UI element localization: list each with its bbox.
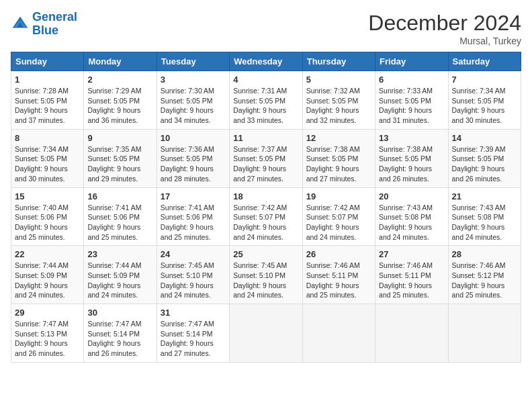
day-number: 7 [452,75,517,85]
day-number: 2 [87,75,152,85]
day-number: 31 [161,308,226,318]
day-cell [230,304,302,363]
day-number: 29 [15,308,80,318]
day-info: Sunrise: 7:38 AM Sunset: 5:05 PM Dayligh… [306,144,371,184]
day-cell: 26 Sunrise: 7:46 AM Sunset: 5:11 PM Dayl… [302,246,375,304]
column-header-saturday: Saturday [448,52,521,71]
day-number: 24 [161,249,226,259]
day-number: 30 [87,308,152,318]
day-number: 10 [161,133,226,143]
column-header-thursday: Thursday [302,52,375,71]
day-number: 11 [233,133,298,143]
day-cell: 29 Sunrise: 7:47 AM Sunset: 5:13 PM Dayl… [11,304,84,363]
logo-icon [11,15,30,34]
day-cell: 6 Sunrise: 7:33 AM Sunset: 5:05 PM Dayli… [375,71,448,130]
day-info: Sunrise: 7:41 AM Sunset: 5:06 PM Dayligh… [87,203,152,242]
day-cell: 19 Sunrise: 7:42 AM Sunset: 5:07 PM Dayl… [302,187,375,246]
day-info: Sunrise: 7:30 AM Sunset: 5:05 PM Dayligh… [161,86,226,126]
day-cell [375,304,448,363]
day-cell: 18 Sunrise: 7:42 AM Sunset: 5:07 PM Dayl… [230,187,302,246]
day-cell: 13 Sunrise: 7:38 AM Sunset: 5:05 PM Dayl… [375,129,448,187]
day-info: Sunrise: 7:42 AM Sunset: 5:07 PM Dayligh… [306,203,371,242]
day-info: Sunrise: 7:44 AM Sunset: 5:09 PM Dayligh… [15,261,80,300]
day-info: Sunrise: 7:40 AM Sunset: 5:06 PM Dayligh… [15,203,80,242]
day-info: Sunrise: 7:46 AM Sunset: 5:11 PM Dayligh… [379,261,444,300]
page-header: GeneralBlue December 2024 Mursal, Turkey [11,11,521,46]
day-info: Sunrise: 7:47 AM Sunset: 5:13 PM Dayligh… [15,319,80,359]
header-row: SundayMondayTuesdayWednesdayThursdayFrid… [11,52,521,71]
day-cell: 21 Sunrise: 7:43 AM Sunset: 5:08 PM Dayl… [448,187,521,246]
day-cell: 3 Sunrise: 7:30 AM Sunset: 5:05 PM Dayli… [157,71,229,130]
day-cell: 16 Sunrise: 7:41 AM Sunset: 5:06 PM Dayl… [84,187,157,246]
day-number: 16 [87,191,152,201]
day-cell: 22 Sunrise: 7:44 AM Sunset: 5:09 PM Dayl… [11,246,84,304]
day-cell: 8 Sunrise: 7:34 AM Sunset: 5:05 PM Dayli… [11,129,84,187]
day-info: Sunrise: 7:39 AM Sunset: 5:05 PM Dayligh… [452,144,517,184]
day-cell: 30 Sunrise: 7:47 AM Sunset: 5:14 PM Dayl… [84,304,157,363]
day-info: Sunrise: 7:38 AM Sunset: 5:05 PM Dayligh… [379,144,444,184]
week-row-2: 8 Sunrise: 7:34 AM Sunset: 5:05 PM Dayli… [11,129,521,187]
day-cell: 25 Sunrise: 7:45 AM Sunset: 5:10 PM Dayl… [230,246,302,304]
day-number: 28 [452,249,517,259]
day-number: 20 [379,191,444,201]
day-info: Sunrise: 7:33 AM Sunset: 5:05 PM Dayligh… [379,86,444,126]
day-info: Sunrise: 7:46 AM Sunset: 5:11 PM Dayligh… [306,261,371,300]
day-info: Sunrise: 7:32 AM Sunset: 5:05 PM Dayligh… [306,86,371,126]
day-cell: 23 Sunrise: 7:44 AM Sunset: 5:09 PM Dayl… [84,246,157,304]
week-row-4: 22 Sunrise: 7:44 AM Sunset: 5:09 PM Dayl… [11,246,521,304]
day-cell: 5 Sunrise: 7:32 AM Sunset: 5:05 PM Dayli… [302,71,375,130]
day-number: 13 [379,133,444,143]
day-info: Sunrise: 7:45 AM Sunset: 5:10 PM Dayligh… [161,261,226,300]
title-section: December 2024 Mursal, Turkey [368,11,521,46]
day-number: 26 [306,249,371,259]
day-info: Sunrise: 7:46 AM Sunset: 5:12 PM Dayligh… [452,261,517,300]
day-number: 25 [233,249,298,259]
day-number: 18 [233,191,298,201]
day-number: 8 [15,133,80,143]
day-number: 21 [452,191,517,201]
day-number: 17 [161,191,226,201]
day-info: Sunrise: 7:34 AM Sunset: 5:05 PM Dayligh… [452,86,517,126]
day-cell: 15 Sunrise: 7:40 AM Sunset: 5:06 PM Dayl… [11,187,84,246]
column-header-tuesday: Tuesday [157,52,229,71]
day-info: Sunrise: 7:41 AM Sunset: 5:06 PM Dayligh… [161,203,226,242]
column-header-monday: Monday [84,52,157,71]
day-cell: 14 Sunrise: 7:39 AM Sunset: 5:05 PM Dayl… [448,129,521,187]
day-info: Sunrise: 7:44 AM Sunset: 5:09 PM Dayligh… [87,261,152,300]
day-cell: 4 Sunrise: 7:31 AM Sunset: 5:05 PM Dayli… [230,71,302,130]
page-subtitle: Mursal, Turkey [368,36,521,46]
day-info: Sunrise: 7:29 AM Sunset: 5:05 PM Dayligh… [87,86,152,126]
week-row-5: 29 Sunrise: 7:47 AM Sunset: 5:13 PM Dayl… [11,304,521,363]
day-cell: 17 Sunrise: 7:41 AM Sunset: 5:06 PM Dayl… [157,187,229,246]
day-number: 4 [233,75,298,85]
day-info: Sunrise: 7:37 AM Sunset: 5:05 PM Dayligh… [233,144,298,184]
day-info: Sunrise: 7:31 AM Sunset: 5:05 PM Dayligh… [233,86,298,126]
day-cell: 2 Sunrise: 7:29 AM Sunset: 5:05 PM Dayli… [84,71,157,130]
day-number: 3 [161,75,226,85]
day-number: 19 [306,191,371,201]
day-cell: 27 Sunrise: 7:46 AM Sunset: 5:11 PM Dayl… [375,246,448,304]
day-cell: 12 Sunrise: 7:38 AM Sunset: 5:05 PM Dayl… [302,129,375,187]
day-cell: 10 Sunrise: 7:36 AM Sunset: 5:05 PM Dayl… [157,129,229,187]
day-cell: 7 Sunrise: 7:34 AM Sunset: 5:05 PM Dayli… [448,71,521,130]
calendar-table: SundayMondayTuesdayWednesdayThursdayFrid… [11,52,521,363]
day-cell: 1 Sunrise: 7:28 AM Sunset: 5:05 PM Dayli… [11,71,84,130]
week-row-1: 1 Sunrise: 7:28 AM Sunset: 5:05 PM Dayli… [11,71,521,130]
day-cell: 9 Sunrise: 7:35 AM Sunset: 5:05 PM Dayli… [84,129,157,187]
day-number: 14 [452,133,517,143]
day-number: 9 [87,133,152,143]
page-title: December 2024 [368,11,521,36]
day-info: Sunrise: 7:43 AM Sunset: 5:08 PM Dayligh… [379,203,444,242]
day-info: Sunrise: 7:35 AM Sunset: 5:05 PM Dayligh… [87,144,152,184]
column-header-sunday: Sunday [11,52,84,71]
day-number: 1 [15,75,80,85]
day-number: 23 [87,249,152,259]
day-cell: 31 Sunrise: 7:47 AM Sunset: 5:14 PM Dayl… [157,304,229,363]
day-info: Sunrise: 7:34 AM Sunset: 5:05 PM Dayligh… [15,144,80,184]
day-info: Sunrise: 7:47 AM Sunset: 5:14 PM Dayligh… [161,319,226,359]
week-row-3: 15 Sunrise: 7:40 AM Sunset: 5:06 PM Dayl… [11,187,521,246]
day-info: Sunrise: 7:45 AM Sunset: 5:10 PM Dayligh… [233,261,298,300]
day-number: 27 [379,249,444,259]
day-cell: 11 Sunrise: 7:37 AM Sunset: 5:05 PM Dayl… [230,129,302,187]
day-info: Sunrise: 7:43 AM Sunset: 5:08 PM Dayligh… [452,203,517,242]
